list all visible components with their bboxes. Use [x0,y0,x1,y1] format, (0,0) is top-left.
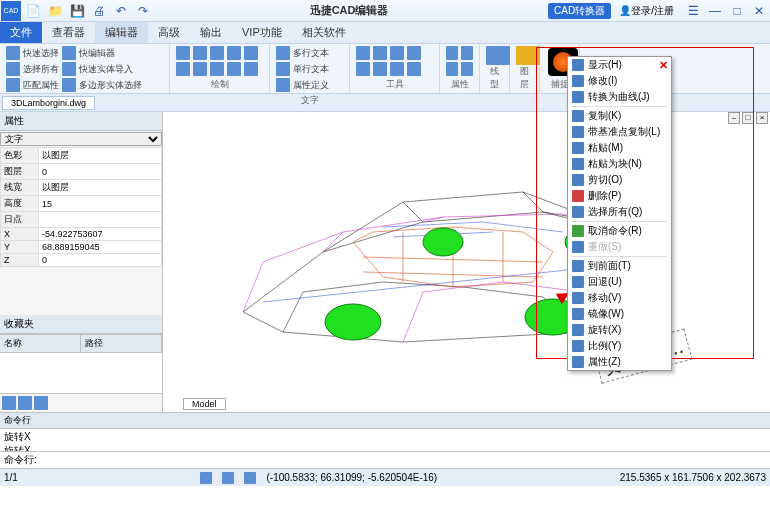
draw-icon-1[interactable] [176,46,190,60]
login-link[interactable]: 👤 登录/注册 [619,4,674,18]
ctx-item[interactable]: 回退(U) [568,274,671,290]
redo-icon[interactable]: ↷ [133,1,153,21]
prop-value[interactable]: 以图层 [39,148,162,164]
ctx-item-icon [572,356,584,368]
maximize-icon[interactable]: □ [727,1,747,21]
tab-related[interactable]: 相关软件 [292,22,356,43]
ctx-item[interactable]: 剪切(O) [568,172,671,188]
command-history: 旋转X 旋转X [0,429,770,451]
tool-icon-7[interactable] [390,62,404,76]
file-tab[interactable]: 文件 [0,22,42,43]
print-icon[interactable]: 🖨 [89,1,109,21]
polygon-select-icon[interactable] [62,78,76,92]
tab-output[interactable]: 输出 [190,22,232,43]
tool-icon-5[interactable] [356,62,370,76]
ctx-item[interactable]: 移动(V) [568,290,671,306]
select-all-icon[interactable] [6,62,20,76]
tab-viewer[interactable]: 查看器 [42,22,95,43]
draw-icon-5[interactable] [244,46,258,60]
canvas-max-icon[interactable]: □ [742,112,754,124]
tool-icon-3[interactable] [390,46,404,60]
prop-value[interactable]: -54.922753607 [39,228,162,241]
prop-value[interactable]: 以图层 [39,180,162,196]
prop-value[interactable]: 15 [39,196,162,212]
status-icon-2[interactable] [222,472,234,484]
draw-icon-9[interactable] [227,62,241,76]
ctx-item[interactable]: 到前面(T) [568,258,671,274]
ctx-item[interactable]: 属性(Z) [568,354,671,370]
prop-value[interactable]: 68.889159045 [39,241,162,254]
draw-icon-10[interactable] [244,62,258,76]
fav-del-icon[interactable] [34,396,48,410]
quick-editor-icon[interactable] [62,46,76,60]
ctx-item[interactable]: 取消命令(R) [568,223,671,239]
command-input[interactable] [37,453,766,467]
status-icon-3[interactable] [244,472,256,484]
props-icon-3[interactable] [446,62,458,76]
tab-editor[interactable]: 编辑器 [95,22,148,43]
minimize-icon[interactable]: — [705,1,725,21]
menu-icon[interactable]: ☰ [683,1,703,21]
draw-icon-3[interactable] [210,46,224,60]
ctx-item-icon [572,241,584,253]
props-icon-2[interactable] [461,46,473,60]
ribbon-group-text: 多行文本 单行文本 属性定义 文字 [270,44,350,93]
prop-value[interactable]: 0 [39,164,162,180]
cad-converter-badge[interactable]: CAD转换器 [548,3,611,19]
ctx-item[interactable]: 转换为曲线(J) [568,89,671,105]
status-icon-1[interactable] [200,472,212,484]
import-entity-icon[interactable] [62,62,76,76]
prop-row: 图层0 [1,164,162,180]
stext-icon[interactable] [276,62,290,76]
canvas-close-icon[interactable]: × [756,112,768,124]
quick-select-icon[interactable] [6,46,20,60]
new-icon[interactable]: 📄 [23,1,43,21]
ctx-item[interactable]: 旋转(X) [568,322,671,338]
tool-icon-4[interactable] [407,46,421,60]
ctx-item[interactable]: 粘贴为块(N) [568,156,671,172]
close-icon[interactable]: ✕ [749,1,769,21]
layer-icon[interactable] [516,46,540,65]
match-props-icon[interactable] [6,78,20,92]
draw-icon-2[interactable] [193,46,207,60]
tool-icon-2[interactable] [373,46,387,60]
canvas-area[interactable]: – □ × [163,112,770,412]
props-icon-4[interactable] [461,62,473,76]
draw-icon-4[interactable] [227,46,241,60]
doc-tab-item[interactable]: 3DLamborgini.dwg [2,96,95,110]
draw-icon-7[interactable] [193,62,207,76]
draw-icon-8[interactable] [210,62,224,76]
ctx-item[interactable]: 镜像(W) [568,306,671,322]
fav-open-icon[interactable] [18,396,32,410]
prop-value[interactable]: 0 [39,254,162,267]
tab-advanced[interactable]: 高级 [148,22,190,43]
ctx-item[interactable]: 修改(I) [568,73,671,89]
ctx-item[interactable]: 删除(P) [568,188,671,204]
tab-vip[interactable]: VIP功能 [232,22,292,43]
tool-icon-8[interactable] [407,62,421,76]
canvas-min-icon[interactable]: – [728,112,740,124]
entity-type-combo[interactable]: 文字 [0,132,162,146]
ctx-item[interactable]: 复制(K) [568,108,671,124]
undo-icon[interactable]: ↶ [111,1,131,21]
prop-value[interactable] [39,212,162,228]
draw-icon-6[interactable] [176,62,190,76]
prop-row: Z0 [1,254,162,267]
model-tab[interactable]: Model [183,398,226,410]
props-icon-1[interactable] [446,46,458,60]
open-icon[interactable]: 📁 [45,1,65,21]
tool-icon-6[interactable] [373,62,387,76]
ctx-item[interactable]: 粘贴(M) [568,140,671,156]
ctx-item[interactable]: 带基准点复制(L) [568,124,671,140]
ctx-item[interactable]: 比例(Y) [568,338,671,354]
ctx-item[interactable]: 重做(S) [568,239,671,255]
ctx-item[interactable]: 显示(H) [568,57,671,73]
linetype-icon[interactable] [486,46,510,65]
ctx-close-icon[interactable]: ✕ [659,59,668,72]
tool-icon-1[interactable] [356,46,370,60]
mtext-icon[interactable] [276,46,290,60]
fav-add-icon[interactable] [2,396,16,410]
attrdef-icon[interactable] [276,78,290,92]
ctx-item[interactable]: 选择所有(Q) [568,204,671,220]
save-icon[interactable]: 💾 [67,1,87,21]
